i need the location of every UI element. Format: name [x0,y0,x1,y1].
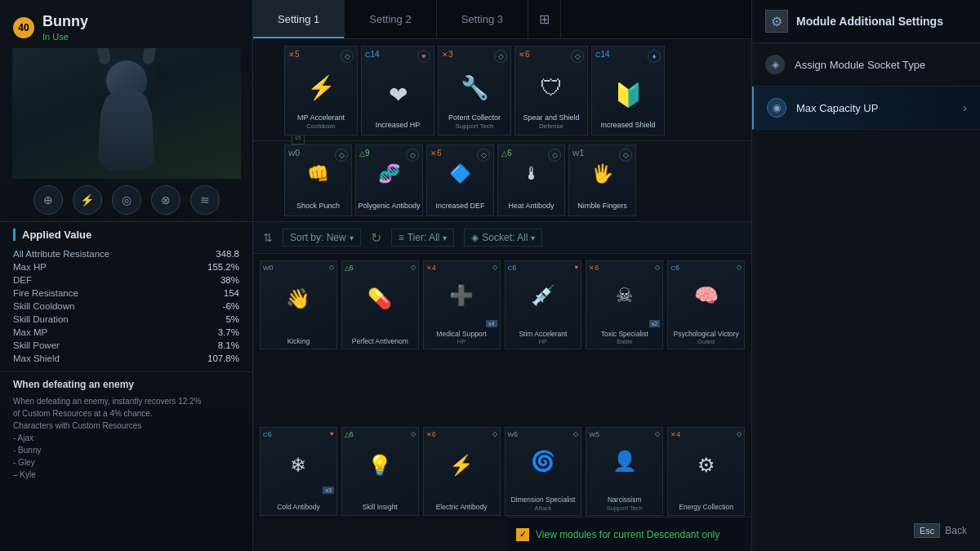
polygenic-antibody-icon: 🧬 [378,145,400,202]
heat-antibody-icon: 🌡 [523,145,541,202]
skill-icon-4[interactable]: ⊗ [151,185,180,215]
character-level: 40 [13,17,34,38]
skill-icon-3[interactable]: ◎ [112,185,141,215]
sort-icon[interactable]: ⇅ [263,231,273,244]
narcissism-subtype: Support Tech [607,504,643,512]
skill-icon-2[interactable]: ⚡ [73,185,102,215]
socket-button[interactable]: ◈ Socket: All ▾ [464,229,542,247]
sort-button[interactable]: Sort by: New ▾ [283,229,361,247]
equipped-module-shock-punch[interactable]: W0 ◇ 👊 Shock Punch [284,144,352,216]
psychological-victory-subtype: Guard [697,338,715,345]
inv-module-electric-antibody[interactable]: ✕6 ◇ ⚡ Electric Antibody [423,427,501,516]
nimble-fingers-icon: 🖐 [591,145,613,202]
enemy-text: When defeating an enemy, instantly recov… [13,395,239,481]
enemy-title: When defeating an enemy [13,379,239,390]
descendant-filter-label: View modules for current Descendant only [536,529,719,540]
stat-name: Skill Cooldown [13,301,74,311]
heat-antibody-name: Heat Antibody [508,202,554,211]
filter-bar: ⇅ Sort by: New ▾ ↻ ≡ Tier: All ▾ ◈ Socke… [253,222,751,254]
stat-name: DEF [13,275,32,285]
character-name: Bunny [42,13,88,30]
inv-module-toxic-specialist[interactable]: ✕6 ◇ x2 ☠ Toxic Specialist Battle [586,260,663,349]
inv-module-psychological-victory[interactable]: C6 ◇ 🧠 Psychological Victory Guard [667,260,745,349]
dimension-specialist-subtype: Attack [534,504,551,512]
tabs-bar: Setting 1 Setting 2 Setting 3 ⊞ [253,0,751,39]
inv-module-cold-antibody[interactable]: C6 ♥ x3 ❄ Cold Antibody [260,427,337,516]
spear-shield-icon: 🛡 [527,63,576,112]
psychological-victory-name: Psychological Victory [671,330,740,338]
tab-grid-button[interactable]: ⊞ [528,0,561,38]
inv-module-medical-support[interactable]: ✕4 ◇ x4 ➕ Medical Support HP [423,260,501,349]
stat-row: DEF 38% [13,273,239,287]
potent-collector-icon: 🔧 [450,63,499,112]
equipped-modules-area: Skill Modules ✕5 ◇ ⚡ MP Accelerant Coold… [253,39,751,141]
esc-key[interactable]: Esc [914,523,940,538]
inv-module-dimension-specialist[interactable]: W6 ◇ 🌀 Dimension Specialist Attack [505,427,582,516]
inv-module-energy-collection[interactable]: ✕4 ◇ ⚙ Energy Collection [667,427,745,516]
cold-antibody-name: Cold Antibody [275,503,321,511]
equipped-module-increased-hp[interactable]: C14 ♥ ❤ Increased HP [361,46,434,136]
equipped-module-mp-accelerant[interactable]: ✕5 ◇ ⚡ MP Accelerant Cooldown [284,46,358,136]
tier-button[interactable]: ≡ Tier: All ▾ [391,229,455,247]
stat-row: Skill Power 8.1% [13,339,239,352]
stat-value: 38% [220,275,239,285]
back-label: Back [945,525,967,536]
equipped-module-heat-antibody[interactable]: △6 ◇ 🌡 Heat Antibody [497,144,565,216]
potent-collector-name: Potent Collector [448,113,501,122]
medical-support-name: Medical Support [434,330,488,338]
increased-hp-icon: ❤ [373,70,422,119]
perfect-antivenom-icon: 💊 [342,261,418,337]
narcissism-name: Narcissism [606,495,644,504]
refresh-icon[interactable]: ↻ [371,230,381,246]
spear-shield-subtype: Defense [539,122,564,130]
mp-accelerant-icon: ⚡ [296,63,345,112]
right-panel-title: Module Additional Settings [796,15,943,28]
tier-chevron-icon: ▾ [443,233,447,242]
main-panel: Setting 1 Setting 2 Setting 3 ⊞ Skill Mo… [253,0,751,551]
inv-module-narcissism[interactable]: W5 ◇ 👤 Narcissism Support Tech [586,427,663,516]
bunny-ear-left [94,48,111,65]
stat-row: Max Shield 107.8% [13,352,239,365]
equipped-module-spear-shield[interactable]: ✕6 ◇ 🛡 Spear and Shield Defense [514,46,588,136]
descendant-filter-checkbox[interactable]: ✓ [516,528,529,541]
stat-name: Skill Power [13,340,60,350]
stat-value: -6% [223,301,239,311]
tier-icon: ≡ [399,232,404,243]
tab-setting2[interactable]: Setting 2 [345,0,436,38]
skill-icon-1[interactable]: ⊕ [33,185,63,215]
equipped-module-potent-collector[interactable]: ✕3 ◇ 🔧 Potent Collector Support Tech [438,46,511,136]
right-panel-header: ⚙ Module Additional Settings [752,0,980,43]
tab-setting3[interactable]: Setting 3 [437,0,528,38]
stim-accelerant-name: Stim Accelerant [517,330,568,338]
energy-collection-icon: ⚙ [668,428,744,504]
socket-filter-icon: ◈ [471,232,479,243]
stim-accelerant-subtype: HP [539,338,547,345]
character-portrait [12,48,241,179]
inv-module-perfect-antivenom[interactable]: △6 ◇ 💊 Perfect Antivenom [341,260,419,349]
bunny-silhouette [86,56,167,171]
tab-setting1[interactable]: Setting 1 [253,0,345,38]
equipped-module-nimble-fingers[interactable]: W1 ◇ 🖐 Nimble Fingers [568,144,636,216]
selection-arrow-icon: › [963,101,967,114]
sort-chevron-icon: ▾ [350,233,354,242]
skill-insight-icon: 💡 [342,428,418,504]
max-capacity-option[interactable]: ◉ Max Capacity UP › [752,87,980,130]
settings-gear-icon: ⚙ [765,10,788,33]
inv-module-skill-insight[interactable]: △6 ◇ 💡 Skill Insight [341,427,419,516]
inv-module-kicking[interactable]: W0 ◇ 👋 Kicking [260,260,337,349]
stat-value: 348.8 [216,249,239,259]
increased-hp-name: Increased HP [376,121,421,130]
assign-socket-option[interactable]: ◈ Assign Module Socket Type [752,43,980,87]
inv-module-stim-accelerant[interactable]: C6 ♥ 💉 Stim Accelerant HP [505,260,582,349]
stat-row: Fire Resistance 154 [13,287,239,300]
equipped-module-increased-shield[interactable]: C14 ♦ 🔰 Increased Shield [591,46,665,136]
perfect-antivenom-name: Perfect Antivenom [350,337,410,345]
applied-value-section: Applied Value All Attribute Resistance 3… [0,221,252,371]
equipped-module-increased-def[interactable]: ✕6 ◇ 🔷 Increased DEF [426,144,494,216]
toxic-specialist-subtype: Battle [617,338,632,345]
stat-name: Fire Resistance [13,288,78,298]
skill-icon-5[interactable]: ≋ [190,185,220,215]
equipped-module-polygenic-antibody[interactable]: △9 ◇ 🧬 Polygenic Antibody [355,144,423,216]
assign-socket-label: Assign Module Socket Type [795,59,925,71]
stats-list: All Attribute Resistance 348.8 Max HP 15… [13,247,239,365]
